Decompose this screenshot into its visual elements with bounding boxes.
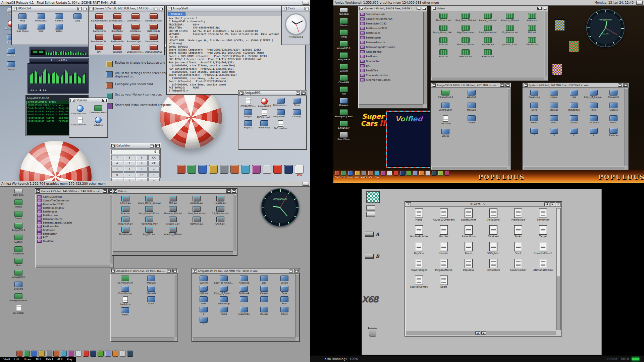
drawer-item[interactable]: Utilities	[194, 286, 213, 295]
video-item[interactable]: Titan.avi	[433, 37, 454, 46]
list-item[interactable]: Saint&Greavsie	[360, 13, 422, 16]
video-item[interactable]: Batman.avi	[477, 49, 498, 58]
close-icon[interactable]	[36, 189, 40, 193]
dock-item[interactable]	[230, 165, 239, 176]
amigaamp-equalizer[interactable]: ◂◂ ▸ ▪ ▸▸	[28, 63, 89, 94]
desktop-icon[interactable]: Drawers	[335, 98, 353, 107]
close-icon[interactable]	[70, 99, 74, 102]
file-item[interactable]: AResshaDeIkou	[531, 259, 555, 272]
file-item[interactable]: Bombman	[531, 208, 555, 221]
list-item[interactable]: Saint&Greavsie	[37, 195, 108, 198]
dock-item[interactable]	[241, 165, 250, 176]
dock-icon[interactable]	[187, 165, 196, 174]
app-item[interactable]: Odyssey.readme	[71, 117, 89, 126]
dock-icon[interactable]	[230, 165, 239, 174]
depth-icon[interactable]	[543, 7, 547, 10]
zoom-icon[interactable]	[296, 92, 300, 95]
video-item[interactable]: Menace_320.avi	[455, 37, 476, 46]
dock-icon[interactable]	[444, 171, 449, 176]
dock-icon[interactable]	[355, 171, 360, 176]
drawer-item[interactable]: WBStartup	[564, 103, 583, 111]
calculator-key[interactable]: 3	[136, 167, 148, 172]
dock-item[interactable]	[198, 165, 207, 176]
close-icon[interactable]	[283, 7, 287, 10]
scroll-right-icon[interactable]: ▶	[481, 331, 486, 335]
dock-icon[interactable]	[341, 171, 346, 176]
dock-item[interactable]	[413, 171, 418, 178]
drawer-item[interactable]: Devs	[525, 103, 544, 111]
window-titlebar[interactable]: Games 50% full, 142.3GB free, 144.4GB in…	[89, 6, 164, 11]
dock-icon[interactable]	[284, 165, 293, 174]
dock-icon[interactable]	[83, 351, 89, 357]
list-item[interactable]: ConanTheCimmerian	[360, 17, 422, 20]
depth-icon[interactable]	[232, 189, 236, 193]
list-item[interactable]: Battlestorm	[37, 214, 108, 217]
zoom-icon[interactable]	[150, 144, 154, 147]
drawer-item[interactable]: subq	[69, 13, 87, 22]
floppy-drive-a[interactable]: A	[365, 232, 379, 237]
close-icon[interactable]	[13, 7, 17, 10]
scroll-left-icon[interactable]: ◀	[475, 331, 480, 335]
drawer-item[interactable]: AmigaAMP3.readme	[240, 98, 256, 108]
drawer-item[interactable]: Playlists	[240, 120, 256, 130]
file-item[interactable]: SpaceSoldier	[506, 259, 530, 272]
depth-icon[interactable]	[422, 7, 426, 10]
dock-label[interactable]: Edit	[14, 358, 20, 361]
dock-label[interactable]: ACII	[57, 358, 63, 361]
drawer-item[interactable]: AmigaAMP3	[257, 98, 272, 108]
video-item[interactable]: MI2.avi	[161, 196, 184, 204]
dock-icon[interactable]	[400, 171, 405, 176]
drawer-item[interactable]: Fonts	[525, 115, 544, 124]
window-titlebar[interactable]: AmigaOS39 3% full, 965.9MB free, 34MB in…	[192, 268, 300, 274]
drawer-item[interactable]: bios	[32, 24, 50, 33]
drawer-item[interactable]: Alternative-Icons	[273, 98, 288, 108]
depth-icon[interactable]	[623, 83, 628, 87]
drawer-item[interactable]: Tools	[194, 296, 213, 305]
video-item[interactable]: Godzilla.avi	[521, 37, 543, 46]
dock-label[interactable]: AMP3	[45, 358, 53, 361]
window-titlebar[interactable]: Amiga0S3.9 100% full, 0B free, 467.8MB i…	[110, 268, 178, 274]
drawer-item[interactable]: Locale	[275, 276, 294, 284]
dock-item[interactable]	[406, 171, 411, 178]
drawer-item[interactable]: Rexxc	[604, 115, 623, 124]
list-item[interactable]: Battletoads	[360, 32, 422, 35]
close-icon[interactable]	[168, 7, 172, 10]
depth-icon[interactable]	[159, 7, 163, 10]
game-item[interactable]: ConanTheCimmerian	[127, 13, 144, 22]
game-item[interactable]: BabsTale	[109, 45, 126, 53]
video-item[interactable]: Scary_Movie_144.avi	[138, 196, 161, 204]
video-item[interactable]: Jurassic_3.avi	[499, 37, 521, 46]
file-item[interactable]: RayGun	[407, 242, 431, 255]
dock-item[interactable]	[438, 171, 443, 178]
close-icon[interactable]	[111, 144, 115, 147]
list-item[interactable]: RedBaron	[360, 55, 422, 58]
drawer-item[interactable]: S	[194, 307, 213, 315]
drawer-item[interactable]: Utilities	[564, 115, 583, 124]
zoom-icon[interactable]	[417, 7, 421, 10]
desktop-icon[interactable]: Run	[335, 86, 353, 95]
drawer-item[interactable]: WBoDisll	[459, 90, 484, 99]
calculator-key[interactable]: +	[148, 172, 160, 177]
close-icon[interactable]	[111, 269, 115, 273]
drawer-item[interactable]: Videos	[433, 129, 458, 137]
dock-item[interactable]	[273, 165, 282, 176]
zoom-icon[interactable]	[289, 269, 293, 273]
desktop-icon[interactable]: System	[335, 64, 353, 72]
dock-icon[interactable]	[53, 351, 59, 357]
desktop-icon[interactable]: Amiga0S3.9	[9, 223, 28, 232]
desktop-icon[interactable]: ClearRAM	[9, 246, 28, 255]
close-icon[interactable]	[359, 7, 363, 10]
drawer-item[interactable]: Copy_of_DirectoryOpus	[214, 286, 233, 295]
depth-icon[interactable]	[505, 83, 510, 87]
drawer-item[interactable]: Libs	[255, 276, 274, 284]
dock-item[interactable]	[400, 171, 405, 178]
game-item[interactable]: RedBaron	[127, 24, 144, 33]
drawer-item[interactable]: Devs	[275, 286, 294, 295]
calculator-key[interactable]: 6	[136, 161, 148, 166]
dock-icon[interactable]	[75, 351, 82, 357]
drawer-item[interactable]: T	[234, 296, 254, 305]
file-item[interactable]: Hiroshi	[432, 242, 456, 255]
dock-icon[interactable]	[90, 351, 96, 357]
dock-item[interactable]: MUI	[355, 171, 360, 178]
window-titlebar[interactable]: AmigaAMP3	[238, 90, 307, 96]
